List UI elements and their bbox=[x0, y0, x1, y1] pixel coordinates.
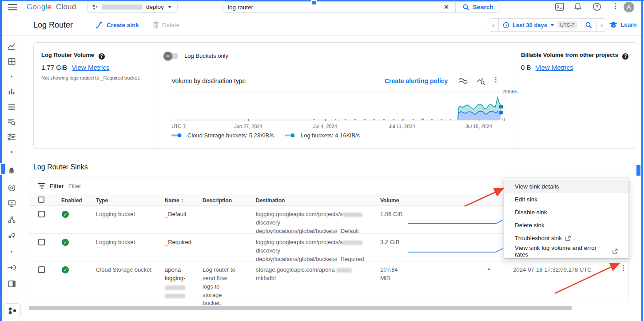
search-button[interactable]: Search bbox=[456, 4, 501, 11]
filter-lines-icon[interactable] bbox=[6, 132, 17, 142]
column-header-enabled[interactable]: Enabled bbox=[61, 197, 82, 205]
cell-destination: logging.googleapis.com/projects/sdiscove… bbox=[256, 210, 372, 236]
column-header-volume[interactable]: Volume bbox=[380, 197, 399, 205]
selection-handle-right[interactable] bbox=[636, 164, 641, 177]
volume-overview-card: Log Router Volume ? 1.77 GiB View Metric… bbox=[33, 42, 637, 149]
row-more-actions-icon[interactable]: ⋮ bbox=[620, 264, 627, 272]
table-filter-bar[interactable]: Filter bbox=[38, 181, 166, 191]
chart-compare-icon[interactable] bbox=[459, 77, 468, 84]
table-row-apena-logging[interactable]: ✓ Cloud Storage bucket apena-logging- Lo… bbox=[29, 261, 628, 302]
clear-search-icon[interactable]: ✕ bbox=[437, 3, 456, 11]
account-avatar[interactable]: A bbox=[624, 2, 634, 12]
alerting-bell-icon[interactable] bbox=[6, 165, 17, 176]
select-all-checkbox[interactable] bbox=[38, 197, 44, 203]
x-axis-tick-label: Jul 18, 2024 bbox=[461, 124, 497, 129]
horizontal-scrollbar[interactable] bbox=[29, 306, 572, 310]
cloud-shell-icon[interactable] bbox=[555, 3, 564, 11]
chart-explore-icon[interactable] bbox=[477, 77, 485, 85]
menu-item-edit-sink[interactable]: Edit sink bbox=[504, 193, 628, 206]
selection-handle-left[interactable] bbox=[0, 163, 6, 175]
timezone-chip: UTC-7 bbox=[557, 21, 577, 28]
menu-item-disable-sink[interactable]: Disable sink bbox=[504, 206, 628, 219]
time-range-button[interactable]: Last 30 days UTC-7 bbox=[499, 19, 581, 31]
menu-item-view-sink-details[interactable]: View sink details bbox=[504, 180, 628, 193]
notifications-bell-icon[interactable] bbox=[574, 2, 582, 11]
cell-destination: logging.googleapis.com/projects/sdiscove… bbox=[256, 238, 372, 264]
billable-panel-title: Billable Volume from other projects bbox=[521, 52, 618, 58]
log-buckets-only-toggle[interactable]: Log Buckets only bbox=[165, 52, 228, 59]
menu-item-troubleshoot-sink[interactable]: Troubleshoot sink bbox=[504, 232, 628, 245]
volume-sparkline bbox=[407, 247, 505, 254]
column-header-name[interactable]: Name ↑ bbox=[165, 197, 183, 205]
project-name-redacted bbox=[102, 4, 143, 10]
search-icon bbox=[463, 4, 469, 11]
analytics-icon[interactable] bbox=[6, 41, 17, 52]
usage-icon[interactable] bbox=[6, 230, 17, 241]
legend-item-cloud-storage[interactable]: Cloud Storage buckets: 5.23KiB/s bbox=[171, 132, 274, 139]
volume-sparkline-point bbox=[488, 269, 490, 270]
volume-value: 1.77 GiB bbox=[41, 64, 67, 71]
search-input[interactable] bbox=[223, 4, 437, 11]
bar-chart-icon[interactable] bbox=[6, 86, 17, 97]
monitor-icon[interactable] bbox=[6, 198, 17, 209]
row-checkbox[interactable] bbox=[38, 266, 45, 273]
create-alerting-policy-link[interactable]: Create alerting policy bbox=[385, 77, 448, 84]
project-selector[interactable]: deploy bbox=[87, 1, 178, 13]
learn-label: Learn bbox=[620, 21, 637, 28]
sink-arrow-icon[interactable] bbox=[6, 262, 17, 273]
external-link-icon bbox=[565, 236, 571, 241]
nav-dot-icon bbox=[6, 71, 17, 82]
menu-item-view-sink-log-volume[interactable]: View sink log volume and error rates bbox=[504, 245, 628, 257]
health-gauge-icon[interactable] bbox=[6, 182, 17, 193]
range-zoom-icon[interactable] bbox=[581, 19, 596, 31]
row-checkbox[interactable] bbox=[38, 211, 45, 217]
menu-item-delete-sink[interactable]: Delete sink bbox=[504, 219, 628, 232]
enabled-check-icon: ✓ bbox=[62, 211, 69, 218]
create-sink-button[interactable]: Create sink bbox=[96, 21, 139, 28]
logs-explorer-icon[interactable] bbox=[6, 116, 17, 127]
learn-button[interactable]: Learn bbox=[609, 21, 637, 28]
cell-type: Cloud Storage bucket bbox=[96, 266, 151, 274]
logo-letter: g bbox=[41, 3, 46, 11]
google-cloud-logo[interactable]: Google Cloud bbox=[27, 3, 76, 12]
toggle-track bbox=[165, 53, 178, 59]
redacted-text bbox=[165, 294, 185, 298]
volume-panel-title: Log Router Volume bbox=[41, 52, 94, 58]
global-search-bar[interactable]: ✕ Search bbox=[222, 1, 501, 13]
x-axis-tick-label: Jul 11, 2024 bbox=[384, 124, 420, 129]
volume-area-chart[interactable] bbox=[171, 92, 507, 122]
log-buckets-end-marker bbox=[499, 105, 503, 108]
hamburger-menu-icon[interactable] bbox=[8, 4, 17, 11]
redacted-text bbox=[343, 213, 362, 217]
logo-letter: G bbox=[27, 3, 32, 11]
chart-more-options-icon[interactable]: ⋮ bbox=[493, 76, 499, 84]
column-header-type[interactable]: Type bbox=[96, 197, 108, 205]
cluster-icon[interactable] bbox=[6, 214, 17, 225]
row-checkbox[interactable] bbox=[38, 239, 45, 245]
log-list-icon[interactable] bbox=[6, 101, 17, 112]
view-metrics-link[interactable]: View Metrics bbox=[72, 64, 110, 71]
side-panel-icon[interactable] bbox=[6, 278, 17, 289]
x-axis-tick-label: Jun 27, 2024 bbox=[231, 124, 266, 129]
page-title: Log Router bbox=[33, 20, 73, 30]
delete-button[interactable]: Delete bbox=[153, 21, 179, 28]
sink-actions-menu: View sink details Edit sink Disable sink… bbox=[504, 179, 628, 258]
dashboard-icon[interactable] bbox=[6, 56, 17, 67]
logo-letter: e bbox=[47, 3, 52, 11]
help-icon[interactable]: ? bbox=[622, 53, 628, 60]
legend-item-log-buckets[interactable]: Log buckets: 4.16KiB/s bbox=[285, 132, 360, 139]
filter-input[interactable] bbox=[68, 183, 166, 189]
help-icon[interactable]: ? bbox=[99, 53, 105, 60]
range-forward-icon[interactable]: › bbox=[596, 19, 607, 31]
more-options-icon[interactable]: ⋮ bbox=[612, 2, 619, 10]
sinks-section-heading: Log Router Sinks bbox=[33, 163, 88, 171]
selection-handle-top[interactable] bbox=[311, 0, 317, 5]
view-metrics-link[interactable]: View Metrics bbox=[536, 64, 573, 71]
pinned-product-shortcut[interactable] bbox=[3, 303, 21, 318]
range-back-icon[interactable]: ‹ bbox=[488, 19, 498, 31]
help-icon[interactable]: ? bbox=[592, 2, 601, 11]
logo-cloud-text: Cloud bbox=[56, 3, 76, 11]
cell-volume: 1.06 GiB bbox=[380, 210, 403, 219]
column-header-destination[interactable]: Destination bbox=[256, 197, 285, 205]
column-header-description[interactable]: Description bbox=[203, 197, 232, 205]
